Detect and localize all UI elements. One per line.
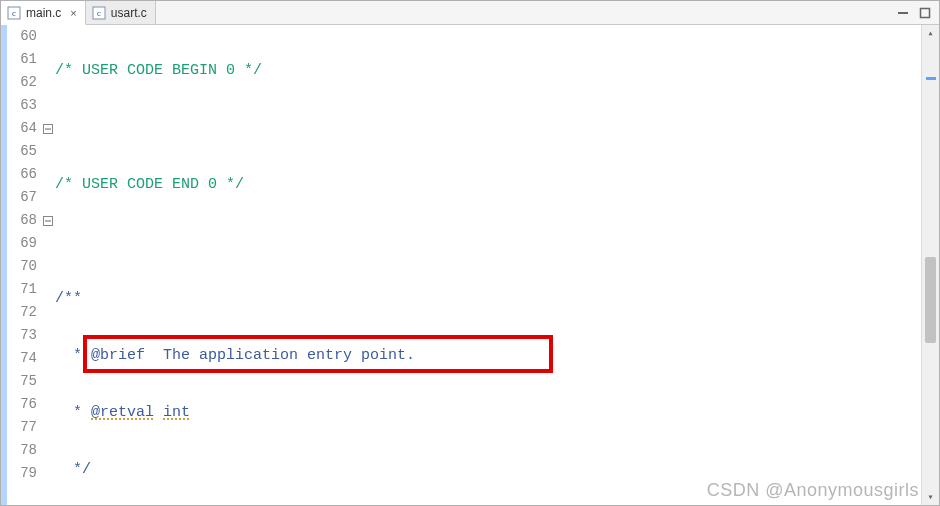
scroll-down-icon[interactable]: ▾ (922, 489, 939, 505)
code-text: @brief (91, 344, 145, 367)
scrollbar-thumb[interactable] (925, 257, 936, 343)
editor-body: 60 61 62 63 64 65 66 67 68 69 70 71 72 7… (1, 25, 939, 505)
code-text (154, 401, 163, 424)
minimize-icon[interactable] (895, 5, 911, 21)
c-file-icon: c (92, 6, 106, 20)
svg-text:c: c (12, 8, 16, 18)
line-number: 73 (7, 324, 37, 347)
code-text: * (55, 344, 91, 367)
line-number: 78 (7, 439, 37, 462)
fold-toggle-icon[interactable] (43, 216, 53, 226)
close-icon[interactable]: × (70, 7, 76, 19)
tab-bar: c main.c × c usart.c (1, 1, 939, 25)
line-number: 79 (7, 462, 37, 485)
code-text: int (163, 401, 190, 424)
code-text: */ (55, 458, 91, 481)
line-number: 68 (7, 209, 37, 232)
tab-bar-right (895, 1, 939, 24)
tab-main-c[interactable]: c main.c × (1, 1, 86, 25)
code-text: /* USER CODE END 0 */ (55, 173, 244, 196)
line-number: 70 (7, 255, 37, 278)
svg-rect-4 (898, 12, 908, 14)
line-number: 77 (7, 416, 37, 439)
line-number: 67 (7, 186, 37, 209)
vertical-scrollbar[interactable]: ▴ ▾ (921, 25, 939, 505)
fold-toggle-icon[interactable] (43, 124, 53, 134)
svg-text:c: c (97, 8, 101, 18)
line-number: 65 (7, 140, 37, 163)
line-number: 63 (7, 94, 37, 117)
scroll-up-icon[interactable]: ▴ (922, 25, 939, 41)
tab-label: main.c (26, 6, 61, 20)
code-text: /** (55, 287, 82, 310)
line-number: 60 (7, 25, 37, 48)
line-number-gutter: 60 61 62 63 64 65 66 67 68 69 70 71 72 7… (7, 25, 41, 505)
line-number: 69 (7, 232, 37, 255)
c-file-icon: c (7, 6, 21, 20)
fold-column (41, 25, 55, 505)
code-text: * (55, 401, 91, 424)
line-number: 74 (7, 347, 37, 370)
line-number: 64 (7, 117, 37, 140)
line-number: 61 (7, 48, 37, 71)
code-area[interactable]: /* USER CODE BEGIN 0 */ /* USER CODE END… (55, 25, 921, 505)
overview-marker (926, 77, 936, 80)
line-number: 72 (7, 301, 37, 324)
tab-label: usart.c (111, 6, 147, 20)
line-number: 66 (7, 163, 37, 186)
code-text: @retval (91, 401, 154, 424)
line-number: 62 (7, 71, 37, 94)
code-text: /* USER CODE BEGIN 0 */ (55, 59, 262, 82)
line-number: 71 (7, 278, 37, 301)
maximize-icon[interactable] (917, 5, 933, 21)
line-number: 75 (7, 370, 37, 393)
line-number: 76 (7, 393, 37, 416)
tab-usart-c[interactable]: c usart.c (86, 1, 156, 24)
editor-frame: c main.c × c usart.c 60 61 62 63 (0, 0, 940, 506)
svg-rect-5 (921, 8, 930, 17)
code-text: The application entry point. (145, 344, 415, 367)
